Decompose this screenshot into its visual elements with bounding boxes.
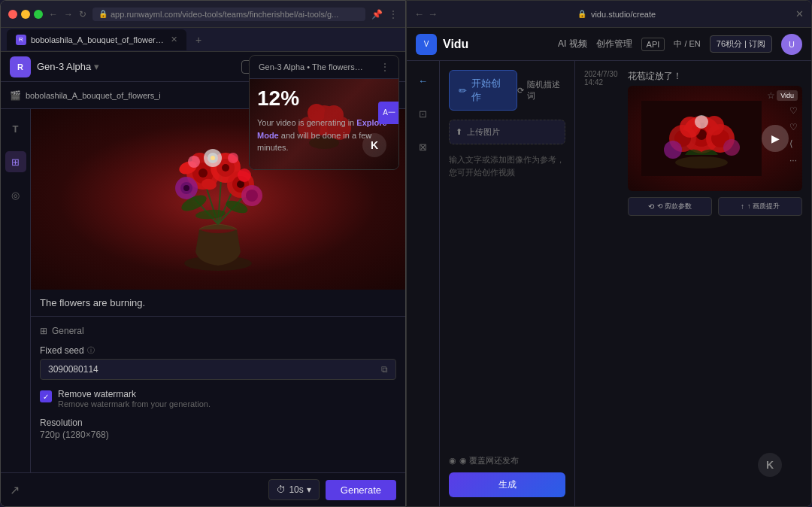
star-icon[interactable]: ☆ <box>767 90 775 101</box>
enhance-icon: ↑ <box>741 202 744 211</box>
vidu-title: Vidu <box>443 38 468 51</box>
info-icon[interactable]: ⓘ <box>87 345 95 356</box>
user-avatar[interactable]: U <box>781 34 802 55</box>
start-create-button[interactable]: ✏ 开始创作 <box>449 70 517 111</box>
right-browser-chrome: ← → 🔒 vidu.studio/create ✕ <box>407 1 811 28</box>
like-icon[interactable]: ♡ <box>789 105 798 116</box>
left-k-watermark: K <box>362 133 386 157</box>
gen-panel-more[interactable]: ⋮ <box>380 62 389 72</box>
tab-close-icon[interactable]: ✕ <box>171 35 177 44</box>
settings-section-title: ⊞ General <box>40 326 396 336</box>
params-btn[interactable]: ⟲ ⟲ 剪款参数 <box>628 197 712 216</box>
svg-point-50 <box>723 139 740 156</box>
minimize-btn[interactable] <box>21 10 30 19</box>
right-forward-icon[interactable]: → <box>428 8 438 20</box>
close-btn[interactable] <box>8 10 17 19</box>
file-icon: 🎬 <box>10 90 21 101</box>
watermark-checkbox[interactable]: ✓ <box>40 390 52 402</box>
more-thumb-icon[interactable]: ··· <box>789 155 798 165</box>
runway-logo: R <box>10 56 31 77</box>
address-bar[interactable]: 🔒 app.runwayml.com/video-tools/teams/fin… <box>92 8 365 21</box>
translate-button[interactable]: A一 <box>378 102 399 124</box>
pin-icon[interactable]: 📌 <box>371 9 383 20</box>
seed-value: 3090080114 <box>48 364 98 375</box>
left-sidebar-icons: T ⊞ ◎ <box>1 109 31 506</box>
prompt-text: The flowers are burning. <box>40 297 396 308</box>
history-panel: 2024/7/30 14:42 花苞绽放了！ <box>575 61 811 506</box>
runway-app-icon: R <box>16 35 26 45</box>
history-content: 花苞绽放了！ <box>628 70 802 216</box>
resolution-label: Resolution <box>40 417 396 428</box>
history-item: 2024/7/30 14:42 花苞绽放了！ <box>584 70 802 216</box>
chevron-icon: ▾ <box>307 484 311 495</box>
share-icon[interactable]: ⟨ <box>789 138 798 149</box>
pencil-icon: ✏ <box>459 85 467 96</box>
right-back-sidebar-icon[interactable]: ← <box>413 70 434 91</box>
location-link[interactable]: ◉ ◉ 覆盖网还发布 <box>449 455 565 466</box>
chrome-actions: 📌 ⋮ <box>371 9 398 20</box>
vidu-toolbar: V Vidu AI 视频 创作管理 API 中 / EN 76积分 | 订阅 U <box>407 28 811 61</box>
duration-button[interactable]: ⏱ 10s ▾ <box>268 479 319 500</box>
watermark-content: Remove watermark Remove watermark from y… <box>58 389 211 408</box>
ai-video-link[interactable]: AI 视频 <box>558 38 587 50</box>
thumb-actions: ♡ ♡ ⟨ ··· <box>789 105 798 165</box>
random-desc-button[interactable]: ⟳ 随机描述词 <box>517 79 565 102</box>
settings-panel: ⊞ General Fixed seed ⓘ 3090080114 ⧉ ✓ <box>31 317 405 449</box>
upload-button[interactable]: ⬆ 上传图片 <box>449 120 565 144</box>
file-name: bobolashila_A_bouquet_of_flowers_in_a_va… <box>26 91 160 100</box>
dislike-icon[interactable]: ♡ <box>789 122 798 132</box>
right-grid-icon[interactable]: ⊡ <box>413 103 434 124</box>
grid-tool-icon[interactable]: ⊞ <box>5 151 26 172</box>
resolution-value: 720p (1280×768) <box>40 430 396 440</box>
right-main: ← ⊡ ⊠ ✏ 开始创作 ⟳ 随机描述词 <box>407 61 811 506</box>
watermark-desc: Remove watermark from your generation. <box>58 399 211 408</box>
vidu-toolbar-actions: AI 视频 创作管理 API 中 / EN 76积分 | 订阅 U <box>558 34 802 55</box>
maximize-btn[interactable] <box>34 10 43 19</box>
thumbnail-svg <box>641 101 762 176</box>
fixed-seed-row: Fixed seed ⓘ 3090080114 ⧉ <box>40 345 396 380</box>
active-tab[interactable]: R bobolashila_A_bouquet_of_flowers_in_a_… <box>7 29 186 50</box>
text-tool-icon[interactable]: T <box>5 118 26 139</box>
right-address-bar[interactable]: 🔒 vidu.studio/create <box>444 10 789 19</box>
app-name[interactable]: Gen-3 Alpha ▾ <box>37 61 99 72</box>
generation-panel: Gen-3 Alpha • The flowers ar... ⋮ 12% Yo… <box>249 55 399 170</box>
progress-percent: 12% <box>257 87 391 111</box>
more-icon[interactable]: ⋮ <box>389 9 398 20</box>
generate-button[interactable]: Generate <box>326 480 396 500</box>
remove-watermark-row: ✓ Remove watermark Remove watermark from… <box>40 389 396 408</box>
svg-point-23 <box>246 190 258 202</box>
bottom-action-bar: ↗ ⏱ 10s ▾ Generate <box>1 472 405 506</box>
right-panel: ← → 🔒 vidu.studio/create ✕ V Vidu AI 视频 … <box>406 0 812 507</box>
forward-icon[interactable]: → <box>64 9 73 20</box>
video-actions: ⟲ ⟲ 剪款参数 ↑ ↑ 画质提升 <box>628 197 802 216</box>
video-thumbnail[interactable]: ▶ Vidu ☆ ♡ ♡ ⟨ ··· <box>628 86 802 191</box>
enhance-btn[interactable]: ↑ ↑ 画质提升 <box>718 197 802 216</box>
api-badge[interactable]: API <box>641 38 665 51</box>
history-time: 2024/7/30 14:42 <box>584 70 622 216</box>
file-tab[interactable]: 🎬 bobolashila_A_bouquet_of_flowers_in_a_… <box>10 90 160 101</box>
vidu-generate-button[interactable]: 生成 <box>449 472 565 497</box>
manage-link[interactable]: 创作管理 <box>596 38 632 50</box>
lang-toggle[interactable]: 中 / EN <box>674 38 700 50</box>
right-close-icon[interactable]: ✕ <box>795 8 804 20</box>
credits-badge[interactable]: 76积分 | 订阅 <box>710 35 772 53</box>
window-controls <box>8 10 43 19</box>
left-panel: ← → ↻ 🔒 app.runwayml.com/video-tools/tea… <box>0 0 406 507</box>
right-back-icon[interactable]: ← <box>414 8 424 20</box>
play-button[interactable]: ▶ <box>762 125 789 152</box>
vidu-logo: V Vidu <box>416 34 468 55</box>
new-tab-icon[interactable]: + <box>192 34 205 46</box>
svg-point-21 <box>183 185 189 191</box>
refresh-icon[interactable]: ↻ <box>79 9 86 20</box>
circle-tool-icon[interactable]: ◎ <box>5 184 26 205</box>
svg-point-31 <box>228 153 238 163</box>
toolbar-left: R Gen-3 Alpha ▾ <box>10 56 99 77</box>
copy-seed-icon[interactable]: ⧉ <box>381 364 388 375</box>
back-icon[interactable]: ← <box>49 9 58 20</box>
bottom-creation-actions: ◉ ◉ 覆盖网还发布 生成 <box>449 455 565 497</box>
right-layers-icon[interactable]: ⊠ <box>413 136 434 157</box>
export-icon[interactable]: ↗ <box>10 483 20 497</box>
seed-input[interactable]: 3090080114 ⧉ <box>40 359 396 380</box>
generation-header: Gen-3 Alpha • The flowers ar... ⋮ <box>250 56 398 79</box>
settings-icon: ⟲ <box>648 202 654 211</box>
